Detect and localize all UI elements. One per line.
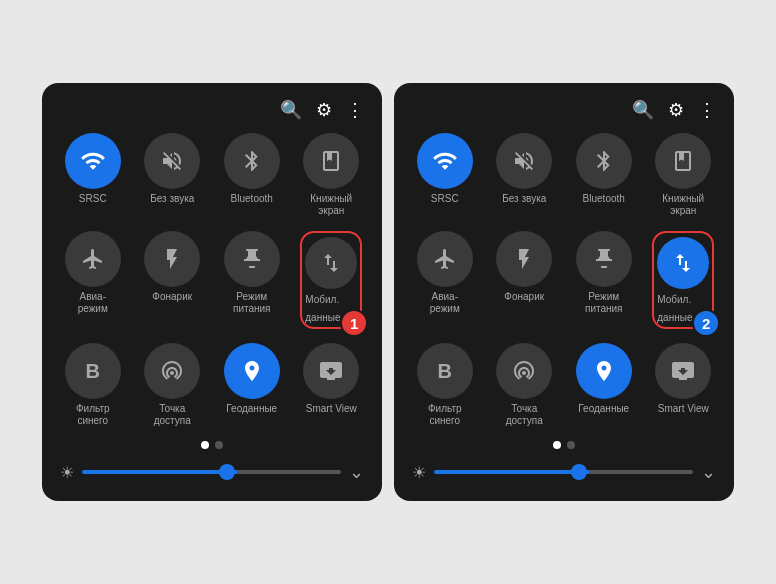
- geo-icon-1: [224, 343, 280, 399]
- tile-label-mute-1: Без звука: [150, 193, 194, 205]
- panel-2: 🔍 ⚙ ⋮ SRSC Без звука: [394, 83, 734, 501]
- tiles-row1-panel2: SRSC Без звука Bluetooth: [404, 129, 724, 221]
- brightness-track-1[interactable]: [82, 470, 341, 474]
- brightness-track-2[interactable]: [434, 470, 693, 474]
- tile-label-mobile-1: Мобил.данные: [305, 294, 340, 323]
- dot-2-active: [553, 441, 561, 449]
- airplane-icon-2: [417, 231, 473, 287]
- power-icon-2: [576, 231, 632, 287]
- book-icon-2: [655, 133, 711, 189]
- tile-geo-2[interactable]: Геоданные: [567, 343, 641, 427]
- dot-1-inactive: [215, 441, 223, 449]
- tile-hotspot-1[interactable]: Точкадоступа: [136, 343, 210, 427]
- tile-label-power-1: Режимпитания: [233, 291, 271, 315]
- wifi-icon-2: [417, 133, 473, 189]
- panel-1: 🔍 ⚙ ⋮ SRSC Без звука: [42, 83, 382, 501]
- tile-power-1[interactable]: Режимпитания: [215, 231, 289, 329]
- mobile-data-icon-2: [657, 237, 709, 289]
- search-icon-2[interactable]: 🔍: [632, 99, 654, 121]
- tile-label-mute-2: Без звука: [502, 193, 546, 205]
- chevron-down-icon-1[interactable]: ⌄: [349, 461, 364, 483]
- tile-label-bt-1: Bluetooth: [231, 193, 273, 205]
- brightness-low-icon-1: ☀: [60, 463, 74, 482]
- bluetooth-icon-1: [224, 133, 280, 189]
- tiles-row1-panel1: SRSC Без звука Bluetooth: [52, 129, 372, 221]
- tile-label-geo-2: Геоданные: [578, 403, 629, 415]
- dots-1: [52, 431, 372, 457]
- settings-icon-2[interactable]: ⚙: [668, 99, 684, 121]
- tile-filter-1[interactable]: B Фильтрсинего: [56, 343, 130, 427]
- tile-label-smartview-2: Smart View: [658, 403, 709, 415]
- geo-icon-2: [576, 343, 632, 399]
- brightness-thumb-2[interactable]: [571, 464, 587, 480]
- dot-1-active: [201, 441, 209, 449]
- tile-mute-1[interactable]: Без звука: [136, 133, 210, 217]
- tiles-row3-panel1: B Фильтрсинего Точкадоступа Геода: [52, 339, 372, 431]
- tile-power-2[interactable]: Режимпитания: [567, 231, 641, 329]
- tile-label-filter-2: Фильтрсинего: [428, 403, 462, 427]
- tile-label-hotspot-1: Точкадоступа: [154, 403, 191, 427]
- wifi-icon: [65, 133, 121, 189]
- hotspot-icon-1: [144, 343, 200, 399]
- tile-srsc-1[interactable]: SRSC: [56, 133, 130, 217]
- tile-hotspot-2[interactable]: Точкадоступа: [488, 343, 562, 427]
- tile-mobile-data-2[interactable]: Мобил.данные 2: [647, 231, 721, 329]
- tile-label-flashlight-2: Фонарик: [504, 291, 544, 303]
- tile-label-srsc-1: SRSC: [79, 193, 107, 205]
- tile-flashlight-2[interactable]: Фонарик: [488, 231, 562, 329]
- tiles-row3-panel2: B Фильтрсинего Точкадоступа Геода: [404, 339, 724, 431]
- main-container: 🔍 ⚙ ⋮ SRSC Без звука: [26, 67, 750, 517]
- tile-filter-2[interactable]: B Фильтрсинего: [408, 343, 482, 427]
- tile-bluetooth-2[interactable]: Bluetooth: [567, 133, 641, 217]
- tile-label-flashlight-1: Фонарик: [152, 291, 192, 303]
- tile-label-power-2: Режимпитания: [585, 291, 623, 315]
- smartview-icon-2: [655, 343, 711, 399]
- dots-2: [404, 431, 724, 457]
- book-icon-1: [303, 133, 359, 189]
- power-icon-1: [224, 231, 280, 287]
- more-icon[interactable]: ⋮: [346, 99, 364, 121]
- brightness-thumb-1[interactable]: [219, 464, 235, 480]
- brightness-2: ☀ ⌄: [404, 457, 724, 487]
- mobile-data-icon-1: [305, 237, 357, 289]
- tile-smartview-1[interactable]: Smart View: [295, 343, 369, 427]
- tile-smartview-2[interactable]: Smart View: [647, 343, 721, 427]
- tile-label-srsc-2: SRSC: [431, 193, 459, 205]
- tile-label-bt-2: Bluetooth: [583, 193, 625, 205]
- tile-mute-2[interactable]: Без звука: [488, 133, 562, 217]
- step-badge-1: 1: [340, 309, 368, 337]
- top-bar-1: 🔍 ⚙ ⋮: [52, 95, 372, 129]
- airplane-icon-1: [65, 231, 121, 287]
- tile-srsc-2[interactable]: SRSC: [408, 133, 482, 217]
- tile-label-book-2: Книжныйэкран: [662, 193, 704, 217]
- tile-airplane-2[interactable]: Авиа-режим: [408, 231, 482, 329]
- filter-icon-2: B: [417, 343, 473, 399]
- tile-label-mobile-2: Мобил.данные: [657, 294, 692, 323]
- top-bar-2: 🔍 ⚙ ⋮: [404, 95, 724, 129]
- flashlight-icon-2: [496, 231, 552, 287]
- tile-book-1[interactable]: Книжныйэкран: [295, 133, 369, 217]
- bluetooth-icon-2: [576, 133, 632, 189]
- tile-bluetooth-1[interactable]: Bluetooth: [215, 133, 289, 217]
- settings-icon[interactable]: ⚙: [316, 99, 332, 121]
- tile-label-smartview-1: Smart View: [306, 403, 357, 415]
- filter-icon-1: B: [65, 343, 121, 399]
- hotspot-icon-2: [496, 343, 552, 399]
- tile-label-hotspot-2: Точкадоступа: [506, 403, 543, 427]
- brightness-low-icon-2: ☀: [412, 463, 426, 482]
- more-icon-2[interactable]: ⋮: [698, 99, 716, 121]
- mute-icon: [144, 133, 200, 189]
- step-badge-2: 2: [692, 309, 720, 337]
- tile-label-filter-1: Фильтрсинего: [76, 403, 110, 427]
- chevron-down-icon-2[interactable]: ⌄: [701, 461, 716, 483]
- tile-book-2[interactable]: Книжныйэкран: [647, 133, 721, 217]
- mute-icon-2: [496, 133, 552, 189]
- tile-label-geo-1: Геоданные: [226, 403, 277, 415]
- tile-geo-1[interactable]: Геоданные: [215, 343, 289, 427]
- dot-2-inactive: [567, 441, 575, 449]
- tile-mobile-data-1[interactable]: Мобил.данные 1: [295, 231, 369, 329]
- tiles-row2-panel1: Авиа-режим Фонарик: [52, 227, 372, 333]
- tile-flashlight-1[interactable]: Фонарик: [136, 231, 210, 329]
- search-icon[interactable]: 🔍: [280, 99, 302, 121]
- tile-airplane-1[interactable]: Авиа-режим: [56, 231, 130, 329]
